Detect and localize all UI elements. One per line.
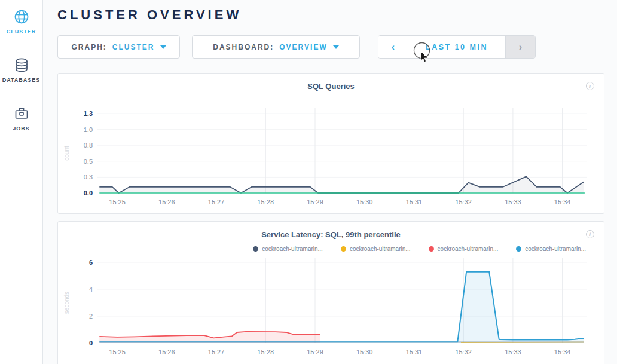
legend-dot-icon bbox=[253, 246, 258, 252]
info-icon[interactable]: i bbox=[586, 82, 594, 90]
y-tick-label: 1.0 bbox=[84, 126, 93, 133]
chevron-down-icon bbox=[333, 45, 339, 49]
legend-dot-icon bbox=[516, 246, 521, 252]
x-tick-label: 15:34 bbox=[554, 348, 571, 356]
time-range-button[interactable]: LAST 10 MIN bbox=[408, 36, 505, 58]
chart-title: Service Latency: SQL, 99th percentile bbox=[58, 230, 604, 240]
x-tick-label: 15:32 bbox=[455, 348, 472, 356]
x-tick-label: 15:25 bbox=[109, 198, 126, 206]
legend-item[interactable]: cockroach-ultramarin... bbox=[516, 246, 586, 252]
x-tick-label: 15:31 bbox=[406, 198, 423, 206]
page-title: CLUSTER OVERVIEW bbox=[57, 6, 605, 24]
dashboard-dropdown-value: OVERVIEW bbox=[279, 43, 327, 51]
y-tick-label: 0 bbox=[89, 339, 93, 347]
info-icon[interactable]: i bbox=[586, 230, 594, 238]
x-tick-label: 15:33 bbox=[505, 348, 521, 356]
x-tick-label: 15:32 bbox=[455, 198, 472, 206]
legend-dot-icon bbox=[341, 246, 346, 252]
x-tick-label: 15:33 bbox=[505, 198, 521, 206]
graph-dropdown-label: GRAPH: bbox=[71, 43, 106, 51]
sql-queries-chart[interactable]: 0.00.30.50.81.01.315:2515:2615:2715:2815… bbox=[58, 103, 604, 213]
x-tick-label: 15:30 bbox=[356, 198, 373, 206]
legend-item[interactable]: cockroach-ultramarin... bbox=[429, 246, 499, 252]
chart-legend: cockroach-ultramarin...cockroach-ultrama… bbox=[58, 244, 604, 253]
controls-row: GRAPH: CLUSTER DASHBOARD: OVERVIEW ‹ LAS… bbox=[57, 35, 605, 59]
chevron-down-icon bbox=[160, 45, 166, 49]
y-axis-label: count bbox=[63, 146, 70, 161]
y-axis-label: seconds bbox=[63, 292, 70, 314]
legend-item[interactable]: cockroach-ultramarin... bbox=[253, 246, 323, 252]
time-prev-button[interactable]: ‹ bbox=[378, 36, 408, 58]
legend-label: cockroach-ultramarin... bbox=[438, 246, 499, 252]
dashboard-dropdown-label: DASHBOARD: bbox=[213, 43, 274, 51]
sidebar-item-label: CLUSTER bbox=[7, 29, 36, 35]
x-tick-label: 15:26 bbox=[158, 348, 175, 356]
y-tick-label: 4 bbox=[89, 286, 93, 293]
x-tick-label: 15:30 bbox=[356, 348, 373, 356]
legend-label: cockroach-ultramarin... bbox=[262, 246, 323, 252]
legend-dot-icon bbox=[429, 246, 434, 252]
y-tick-label: 0.3 bbox=[84, 173, 93, 181]
time-next-button: › bbox=[505, 36, 535, 58]
sidebar-item-label: DATABASES bbox=[2, 77, 41, 83]
legend-label: cockroach-ultramarin... bbox=[350, 246, 411, 252]
x-tick-label: 15:28 bbox=[258, 198, 274, 206]
globe-icon bbox=[13, 8, 30, 25]
y-tick-label: 1.3 bbox=[84, 110, 93, 117]
y-tick-label: 0.8 bbox=[84, 142, 93, 149]
sidebar-item-databases[interactable]: DATABASES bbox=[0, 53, 42, 89]
dashboard-dropdown[interactable]: DASHBOARD: OVERVIEW bbox=[192, 35, 360, 59]
briefcase-icon bbox=[13, 105, 30, 122]
time-window-selector: ‹ LAST 10 MIN › bbox=[378, 35, 536, 59]
graph-dropdown[interactable]: GRAPH: CLUSTER bbox=[57, 35, 180, 59]
node-4-latency-area bbox=[99, 272, 584, 343]
graph-dropdown-value: CLUSTER bbox=[112, 43, 155, 51]
x-tick-label: 15:25 bbox=[109, 348, 126, 356]
main-content: CLUSTER OVERVIEW GRAPH: CLUSTER DASHBOAR… bbox=[43, 0, 617, 364]
x-tick-label: 15:31 bbox=[406, 348, 423, 356]
legend-label: cockroach-ultramarin... bbox=[525, 246, 586, 252]
x-tick-label: 15:29 bbox=[307, 198, 323, 206]
x-tick-label: 15:34 bbox=[554, 198, 571, 206]
legend-item[interactable]: cockroach-ultramarin... bbox=[341, 246, 411, 252]
x-tick-label: 15:27 bbox=[208, 198, 225, 206]
service-latency-card: Service Latency: SQL, 99th percentile i … bbox=[57, 221, 604, 364]
chart-title: SQL Queries bbox=[58, 82, 604, 91]
y-tick-label: 2 bbox=[89, 313, 93, 320]
sidebar-item-cluster[interactable]: CLUSTER bbox=[0, 5, 42, 41]
node-4-latency-line bbox=[99, 272, 584, 342]
y-tick-label: 0.5 bbox=[84, 158, 93, 165]
y-tick-label: 0.0 bbox=[84, 189, 93, 197]
x-tick-label: 15:26 bbox=[158, 198, 175, 206]
y-tick-label: 6 bbox=[89, 259, 93, 266]
sidebar-item-jobs[interactable]: JOBS bbox=[0, 102, 42, 137]
x-tick-label: 15:28 bbox=[258, 348, 274, 356]
x-tick-label: 15:27 bbox=[208, 348, 225, 356]
database-icon bbox=[13, 57, 30, 74]
sql-queries-card: SQL Queries i 0.00.30.50.81.01.315:2515:… bbox=[57, 73, 604, 214]
service-latency-chart[interactable]: 024615:2515:2615:2715:2815:2915:3015:311… bbox=[58, 256, 604, 364]
sidebar-item-label: JOBS bbox=[13, 126, 30, 131]
sql-queries-area bbox=[99, 176, 584, 193]
sidebar: CLUSTER DATABASES JOBS bbox=[0, 0, 43, 364]
x-tick-label: 15:29 bbox=[307, 348, 323, 356]
